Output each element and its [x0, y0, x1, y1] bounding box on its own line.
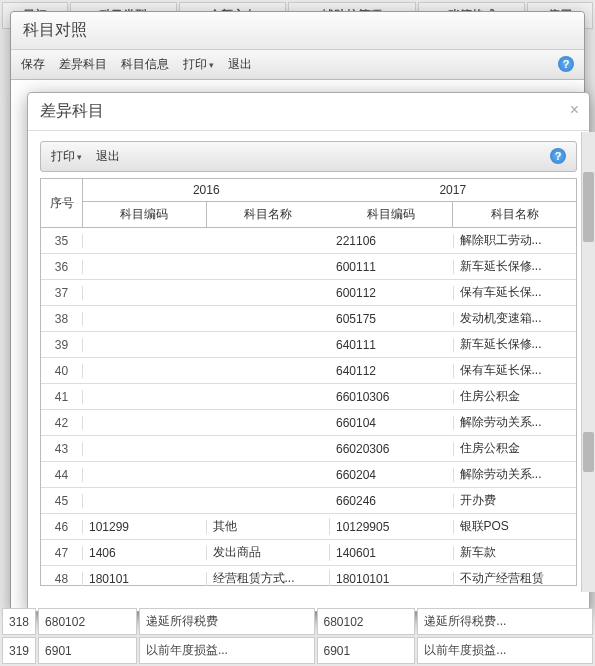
diff-subject-dialog: 差异科目 × 打印▾ 退出 ? 序号 2016 科目编码 科目名称 2017: [27, 92, 590, 612]
dialog2-title-text: 差异科目: [40, 102, 104, 119]
name2-cell: 开办费: [454, 492, 577, 509]
code2-cell: 600112: [330, 286, 454, 300]
grid-body[interactable]: 35221106解除职工劳动...36600111新车延长保修...376001…: [41, 228, 576, 586]
seq-cell: 38: [41, 312, 83, 326]
code1-cell: 180101: [83, 572, 207, 586]
seq-cell: 45: [41, 494, 83, 508]
code2-cell: 600111: [330, 260, 454, 274]
seq-cell: 47: [41, 546, 83, 560]
table-row[interactable]: 4166010306住房公积金: [41, 384, 576, 410]
subject-compare-dialog: 科目对照 保存 差异科目 科目信息 打印▾ 退出 ? 差异科目 × 打印▾ 退出…: [10, 11, 585, 611]
code2-cell: 18010101: [330, 572, 454, 586]
bg-row: 3196901以前年度损益...6901以前年度损益...: [2, 637, 593, 664]
table-row[interactable]: 471406发出商品140601新车款: [41, 540, 576, 566]
code1-cell: 1406: [83, 546, 207, 560]
year1-label: 2016: [83, 179, 330, 202]
table-row[interactable]: 45660246开办费: [41, 488, 576, 514]
name2-cell: 住房公积金: [454, 388, 577, 405]
seq-cell: 43: [41, 442, 83, 456]
chevron-down-icon: ▾: [77, 152, 82, 162]
code1-header: 科目编码: [83, 202, 207, 227]
table-row[interactable]: 4366020306住房公积金: [41, 436, 576, 462]
code2-cell: 66010306: [330, 390, 454, 404]
seq-cell: 40: [41, 364, 83, 378]
code2-cell: 605175: [330, 312, 454, 326]
code2-cell: 10129905: [330, 520, 454, 534]
code1-cell: 101299: [83, 520, 207, 534]
seq-cell: 44: [41, 468, 83, 482]
outer-scrollbar[interactable]: [581, 132, 595, 592]
name2-cell: 保有车延长保...: [454, 362, 577, 379]
print-button-2[interactable]: 打印▾: [51, 148, 82, 165]
name2-cell: 保有车延长保...: [454, 284, 577, 301]
background-bottom-table: 318680102递延所得税费680102递延所得税费...3196901以前年…: [0, 606, 595, 666]
exit-button[interactable]: 退出: [228, 56, 252, 73]
table-row[interactable]: 37600112保有车延长保...: [41, 280, 576, 306]
scrollbar-thumb[interactable]: [583, 432, 594, 472]
code2-cell: 221106: [330, 234, 454, 248]
year2-label: 2017: [330, 179, 577, 202]
name1-header: 科目名称: [207, 202, 330, 227]
name1-cell: 经营租赁方式...: [207, 570, 331, 586]
code2-cell: 640111: [330, 338, 454, 352]
name2-cell: 解除职工劳动...: [454, 232, 577, 249]
name2-cell: 发动机变速箱...: [454, 310, 577, 327]
print-button[interactable]: 打印▾: [183, 56, 214, 73]
table-row[interactable]: 44660204解除劳动关系...: [41, 462, 576, 488]
bg-row: 318680102递延所得税费680102递延所得税费...: [2, 608, 593, 635]
dialog1-title: 科目对照: [11, 12, 584, 50]
help-icon[interactable]: ?: [558, 56, 574, 72]
code2-cell: 660204: [330, 468, 454, 482]
seq-cell: 48: [41, 572, 83, 586]
name2-cell: 解除劳动关系...: [454, 414, 577, 431]
name2-cell: 新车延长保修...: [454, 336, 577, 353]
chevron-down-icon: ▾: [209, 60, 214, 70]
seq-cell: 46: [41, 520, 83, 534]
table-row[interactable]: 38605175发动机变速箱...: [41, 306, 576, 332]
scrollbar-thumb[interactable]: [583, 172, 594, 242]
seq-cell: 35: [41, 234, 83, 248]
save-button[interactable]: 保存: [21, 56, 45, 73]
name1-cell: 发出商品: [207, 544, 331, 561]
help-icon[interactable]: ?: [550, 148, 566, 164]
subject-info-button[interactable]: 科目信息: [121, 56, 169, 73]
name2-cell: 住房公积金: [454, 440, 577, 457]
seq-cell: 39: [41, 338, 83, 352]
year2-group: 2017 科目编码 科目名称: [330, 179, 577, 227]
table-row[interactable]: 35221106解除职工劳动...: [41, 228, 576, 254]
name2-cell: 银联POS: [454, 518, 577, 535]
name2-cell: 新车延长保修...: [454, 258, 577, 275]
dialog2-title: 差异科目 ×: [28, 93, 589, 131]
seq-cell: 36: [41, 260, 83, 274]
table-row[interactable]: 36600111新车延长保修...: [41, 254, 576, 280]
table-row[interactable]: 40640112保有车延长保...: [41, 358, 576, 384]
diff-subject-button[interactable]: 差异科目: [59, 56, 107, 73]
code2-cell: 640112: [330, 364, 454, 378]
table-row[interactable]: 48180101经营租赁方式...18010101不动产经营租赁: [41, 566, 576, 586]
table-row[interactable]: 39640111新车延长保修...: [41, 332, 576, 358]
code2-cell: 660246: [330, 494, 454, 508]
exit-button-2[interactable]: 退出: [96, 148, 120, 165]
name2-cell: 不动产经营租赁: [454, 570, 577, 586]
diff-grid: 序号 2016 科目编码 科目名称 2017 科目编码 科目名称 352211: [40, 178, 577, 586]
name2-cell: 解除劳动关系...: [454, 466, 577, 483]
code2-cell: 140601: [330, 546, 454, 560]
seq-header: 序号: [41, 179, 83, 227]
year1-group: 2016 科目编码 科目名称: [83, 179, 330, 227]
seq-cell: 37: [41, 286, 83, 300]
code2-cell: 66020306: [330, 442, 454, 456]
name1-cell: 其他: [207, 518, 331, 535]
code2-cell: 660104: [330, 416, 454, 430]
seq-cell: 41: [41, 390, 83, 404]
close-icon[interactable]: ×: [570, 101, 579, 119]
dialog1-toolbar: 保存 差异科目 科目信息 打印▾ 退出 ?: [11, 50, 584, 80]
seq-cell: 42: [41, 416, 83, 430]
table-row[interactable]: 46101299其他10129905银联POS: [41, 514, 576, 540]
table-row[interactable]: 42660104解除劳动关系...: [41, 410, 576, 436]
grid-header: 序号 2016 科目编码 科目名称 2017 科目编码 科目名称: [41, 179, 576, 228]
name2-header: 科目名称: [453, 202, 576, 227]
name2-cell: 新车款: [454, 544, 577, 561]
code2-header: 科目编码: [330, 202, 454, 227]
dialog2-toolbar: 打印▾ 退出 ?: [40, 141, 577, 172]
